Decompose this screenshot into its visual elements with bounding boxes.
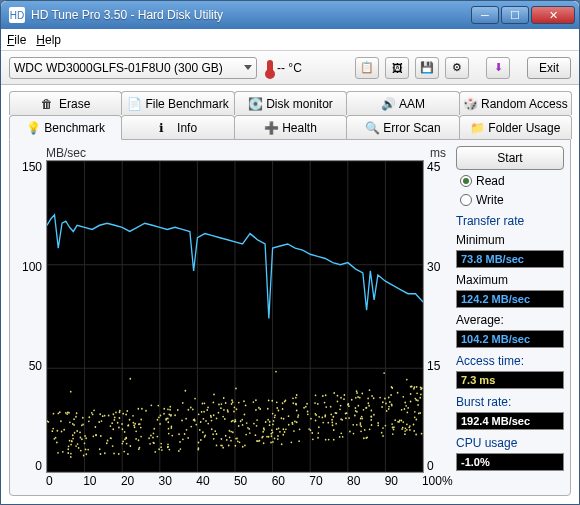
svg-point-257: [167, 443, 169, 445]
tab-random-access[interactable]: 🎲Random Access: [459, 91, 572, 115]
read-radio[interactable]: Read: [460, 173, 564, 189]
tabs-upper-row: 🗑Erase📄File Benchmark💽Disk monitor🔊AAM🎲R…: [9, 91, 571, 115]
svg-point-100: [377, 424, 379, 426]
svg-point-32: [230, 440, 232, 442]
titlebar[interactable]: HD HD Tune Pro 3.50 - Hard Disk Utility …: [1, 1, 579, 29]
svg-point-390: [121, 423, 123, 425]
svg-point-234: [69, 440, 71, 442]
tab-health[interactable]: ➕Health: [234, 115, 347, 139]
svg-point-276: [404, 402, 406, 404]
svg-point-293: [283, 418, 285, 420]
tab-disk-monitor[interactable]: 💽Disk monitor: [234, 91, 347, 115]
menu-help[interactable]: Help: [36, 33, 61, 47]
tab-label: File Benchmark: [145, 97, 228, 111]
tab-info[interactable]: ℹInfo: [121, 115, 234, 139]
refresh-button[interactable]: ⬇: [486, 57, 510, 79]
health-icon: ➕: [264, 121, 278, 135]
svg-point-282: [322, 422, 324, 424]
options-button[interactable]: ⚙: [445, 57, 469, 79]
svg-point-106: [306, 403, 308, 405]
tab-aam[interactable]: 🔊AAM: [346, 91, 459, 115]
tab-erase[interactable]: 🗑Erase: [9, 91, 122, 115]
svg-point-67: [200, 439, 202, 441]
exit-button[interactable]: Exit: [527, 57, 571, 79]
svg-point-539: [421, 433, 423, 435]
save-button[interactable]: 💾: [415, 57, 439, 79]
svg-point-417: [138, 423, 140, 425]
svg-point-369: [202, 431, 204, 433]
svg-point-26: [113, 413, 115, 415]
svg-point-508: [188, 409, 190, 411]
svg-point-350: [361, 418, 363, 420]
start-button[interactable]: Start: [456, 146, 564, 170]
svg-point-379: [399, 419, 401, 421]
svg-point-524: [370, 410, 372, 412]
svg-point-190: [236, 408, 238, 410]
drive-select[interactable]: WDC WD3000GLFS-01F8U0 (300 GB): [9, 57, 257, 79]
svg-point-497: [179, 441, 181, 443]
svg-point-342: [315, 420, 317, 422]
write-radio[interactable]: Write: [460, 192, 564, 208]
svg-point-187: [360, 422, 362, 424]
svg-point-157: [322, 395, 324, 397]
svg-point-368: [263, 442, 265, 444]
svg-point-467: [367, 397, 369, 399]
svg-point-25: [92, 413, 94, 415]
svg-point-478: [409, 425, 411, 427]
error-scan-icon: 🔍: [365, 121, 379, 135]
svg-point-142: [229, 436, 231, 438]
svg-point-422: [366, 407, 368, 409]
svg-point-423: [373, 414, 375, 416]
maximize-button[interactable]: ☐: [501, 6, 529, 24]
svg-point-405: [247, 427, 249, 429]
svg-point-322: [163, 413, 165, 415]
svg-point-218: [271, 400, 273, 402]
svg-point-391: [410, 386, 412, 388]
svg-point-515: [167, 421, 169, 423]
close-button[interactable]: ✕: [531, 6, 575, 24]
svg-point-374: [418, 412, 420, 414]
svg-point-480: [355, 407, 357, 409]
tab-folder-usage[interactable]: 📁Folder Usage: [459, 115, 572, 139]
svg-point-82: [168, 433, 170, 435]
burst-rate-label: Burst rate:: [456, 395, 564, 409]
svg-point-334: [296, 421, 298, 423]
svg-point-527: [384, 398, 386, 400]
svg-point-151: [132, 415, 134, 417]
menu-file[interactable]: File: [7, 33, 26, 47]
screenshot-button[interactable]: 🖼: [385, 57, 409, 79]
svg-point-454: [360, 418, 362, 420]
svg-point-245: [101, 420, 103, 422]
svg-point-153: [391, 387, 393, 389]
svg-point-208: [80, 437, 82, 439]
svg-point-327: [312, 438, 314, 440]
svg-point-431: [401, 428, 403, 430]
svg-point-296: [333, 439, 335, 441]
svg-point-316: [272, 413, 274, 415]
tab-error-scan[interactable]: 🔍Error Scan: [346, 115, 459, 139]
tab-benchmark[interactable]: 💡Benchmark: [9, 115, 122, 140]
svg-point-33: [276, 428, 278, 430]
svg-point-541: [275, 371, 277, 373]
svg-point-23: [298, 440, 300, 442]
svg-point-438: [129, 378, 131, 380]
radio-icon: [460, 194, 472, 206]
svg-point-370: [318, 426, 320, 428]
minimize-button[interactable]: ─: [471, 6, 499, 24]
y-right-unit: ms: [430, 146, 446, 160]
svg-point-373: [285, 400, 287, 402]
svg-point-410: [52, 430, 54, 432]
thermometer-icon: [267, 60, 273, 76]
svg-point-466: [307, 411, 309, 413]
svg-point-242: [348, 403, 350, 405]
svg-point-115: [282, 408, 284, 410]
svg-point-78: [342, 436, 344, 438]
tab-file-benchmark[interactable]: 📄File Benchmark: [121, 91, 234, 115]
svg-point-256: [415, 434, 417, 436]
svg-point-528: [282, 434, 284, 436]
svg-point-537: [229, 430, 231, 432]
svg-point-277: [285, 428, 287, 430]
svg-point-229: [133, 422, 135, 424]
copy-button[interactable]: 📋: [355, 57, 379, 79]
svg-point-414: [159, 423, 161, 425]
